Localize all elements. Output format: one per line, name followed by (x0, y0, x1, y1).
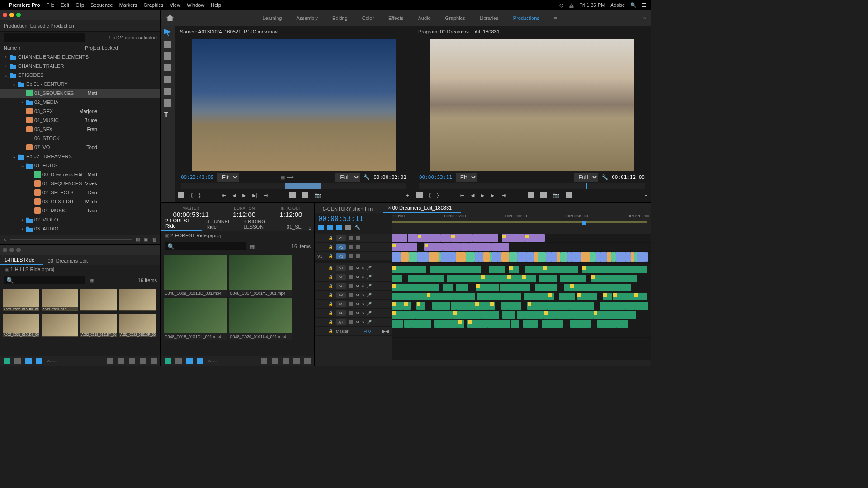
tree-row[interactable]: 04_MUSIC Bruce (0, 116, 160, 125)
step-back-icon[interactable]: ◀ (232, 192, 236, 198)
overflow-icon[interactable]: » (643, 15, 646, 21)
menu-graphics[interactable]: Graphics (143, 2, 163, 8)
video-track-head[interactable]: 🔒 V2 (315, 243, 392, 252)
p-mark-in-icon[interactable] (416, 192, 423, 198)
audio-track-head[interactable]: 🔒 A2 MS 🎤 (315, 272, 392, 282)
tree-row[interactable]: 03_GFX Marjorie (0, 107, 160, 116)
timeline-h-scroll[interactable] (315, 360, 651, 366)
p-next-icon[interactable]: ⇥ (502, 192, 506, 198)
track-headers[interactable]: 🔒 V3 🔒 V2 V1🔒 V1 🔒 A1 MS 🎤 🔒 A2 MS 🎤 🔒 A… (315, 234, 392, 360)
panel-menu-icon[interactable]: ≡ (154, 23, 157, 28)
timeline-ruler[interactable]: :00:0000:00:15:0000:00:30:0000:00:45:000… (392, 213, 651, 234)
adobe-label[interactable]: Adobe (610, 2, 625, 8)
p-bin-icon[interactable] (293, 358, 300, 364)
program-scrubber[interactable] (419, 183, 645, 189)
tree-row[interactable]: 07_VO Todd (0, 143, 160, 152)
write-icon[interactable] (4, 358, 10, 364)
wrench-icon[interactable]: 🔧 (363, 174, 370, 180)
track-lanes[interactable] (392, 234, 651, 360)
source-scrubber[interactable] (181, 183, 406, 189)
tree-row[interactable]: › CHANNEL TRAILER (0, 61, 160, 70)
find-icon[interactable] (118, 358, 124, 364)
program-tc-in[interactable]: 00:00:53:11 (419, 174, 452, 180)
menu-edit[interactable]: Edit (61, 2, 69, 8)
menu-view[interactable]: View (170, 2, 180, 8)
menu-icon[interactable]: ☰ (642, 2, 646, 8)
audio-track-head[interactable]: 🔒 A4 MS 🎤 (315, 291, 392, 300)
tree-row[interactable]: ⌄ 01_EDITS (0, 161, 160, 170)
source-fit[interactable]: Fit (217, 173, 239, 182)
insert-icon[interactable] (289, 192, 296, 198)
bin-thumb[interactable] (119, 289, 156, 311)
program-full[interactable]: Full (574, 173, 598, 182)
tree-row[interactable]: 01_SEQUENCES Matt (0, 89, 160, 98)
p-step-fwd-icon[interactable]: ▶| (491, 192, 495, 198)
project-tab[interactable]: 4-RIDING LESSON (239, 217, 282, 231)
tree-row[interactable]: ⌄ Ep 02 - DREAMERS (0, 152, 160, 161)
tree-row[interactable]: 05_SFX Fran (0, 125, 160, 134)
workspace-menu-icon[interactable]: ≡ (554, 15, 557, 21)
production-search-input[interactable] (4, 33, 85, 42)
p-step-back-icon[interactable]: ◀ (471, 192, 474, 198)
extract-icon[interactable] (540, 192, 547, 198)
bin-thumb[interactable] (119, 314, 156, 337)
tree-row[interactable]: ⌄ Ep 01 - CENTURY (0, 80, 160, 89)
menu-sequence[interactable]: Sequence (90, 2, 113, 8)
tree-row[interactable]: 04_MUSIC Ivan (0, 206, 160, 215)
p-find-icon[interactable] (272, 358, 278, 364)
menu-clip[interactable]: Clip (75, 2, 84, 8)
program-viewport[interactable] (430, 39, 634, 171)
p-list-icon[interactable] (175, 358, 182, 364)
menu-file[interactable]: File (46, 2, 54, 8)
bin-thumb[interactable] (3, 314, 39, 337)
add-button-icon[interactable]: + (406, 192, 409, 198)
project-search-input[interactable] (165, 242, 246, 250)
sb-icon[interactable]: ▦ (250, 244, 255, 249)
workspace-tab-libraries[interactable]: Libraries (477, 15, 501, 21)
tree-row[interactable]: 02_SELECTS Dan (0, 188, 160, 197)
project-tabs[interactable]: 2-FOREST Ride ≡3-TUNNEL Ride4-RIDING LES… (161, 221, 314, 231)
hand-tool[interactable] (164, 99, 171, 107)
track-select-tool[interactable] (164, 41, 171, 48)
video-track-head[interactable]: V1🔒 V1 (315, 252, 392, 261)
workspace-tab-effects[interactable]: Effects (386, 15, 406, 21)
trash2-icon[interactable] (151, 358, 157, 364)
program-fit[interactable]: Fit (456, 173, 477, 182)
wifi-icon[interactable]: ⧋ (569, 2, 574, 8)
tree-row[interactable]: › 03_AUDIO (0, 224, 160, 233)
project-thumb[interactable]: C048_C020_0101U4_001.mp4 (229, 298, 292, 340)
link-icon[interactable] (327, 225, 333, 230)
p-go-in-icon[interactable]: { (429, 192, 431, 198)
app-name[interactable]: Premiere Pro (9, 2, 40, 8)
master-track-head[interactable]: 🔒Master-4.0▶◀ (315, 327, 392, 336)
project-tab[interactable]: 3-TUNNEL Ride (202, 217, 239, 231)
audio-track-head[interactable]: 🔒 A1 MS 🎤 (315, 263, 392, 272)
workspace-tab-editing[interactable]: Editing (330, 15, 350, 21)
workspace-tab-assembly[interactable]: Assembly (293, 15, 321, 21)
bin-thumbnails[interactable] (0, 286, 160, 356)
p-free-icon[interactable] (197, 358, 203, 364)
audio-track-head[interactable]: 🔒 A3 MS 🎤 (315, 282, 392, 291)
sequence-tab[interactable]: × 00 Dreamers_Edit_180831 ≡ (383, 204, 460, 213)
sort-icon[interactable] (107, 358, 113, 364)
trash-icon[interactable]: 🗑 (152, 237, 157, 242)
home-icon[interactable] (166, 15, 174, 21)
tree-row[interactable]: ⌄ EPISODES (0, 70, 160, 80)
project-tab[interactable]: 01_SE (282, 223, 306, 231)
pen-tool[interactable] (164, 88, 171, 95)
tree-row[interactable]: 06_STOCK (0, 134, 160, 143)
marker-icon[interactable] (336, 225, 342, 230)
tree-row[interactable]: › 02_VIDEO (0, 215, 160, 224)
new-bin-icon[interactable] (129, 358, 135, 364)
p-new-icon[interactable] (283, 358, 289, 364)
lift-icon[interactable] (528, 192, 534, 198)
project-tree[interactable]: › CHANNEL BRAND ELEMENTS › CHANNEL TRAIL… (0, 52, 160, 235)
bin-thumb[interactable] (80, 289, 117, 311)
menu-window[interactable]: Window (187, 2, 204, 8)
p-icon-icon[interactable] (186, 358, 193, 364)
export-frame-icon[interactable]: 📷 (315, 192, 321, 198)
project-tab[interactable]: 2-FOREST Ride ≡ (161, 216, 202, 231)
workspace-tab-color[interactable]: Color (359, 15, 377, 21)
source-tc-in[interactable]: 00:23:43:05 (181, 174, 214, 180)
timeline-tc[interactable]: 00:00:53:11 (318, 215, 388, 223)
